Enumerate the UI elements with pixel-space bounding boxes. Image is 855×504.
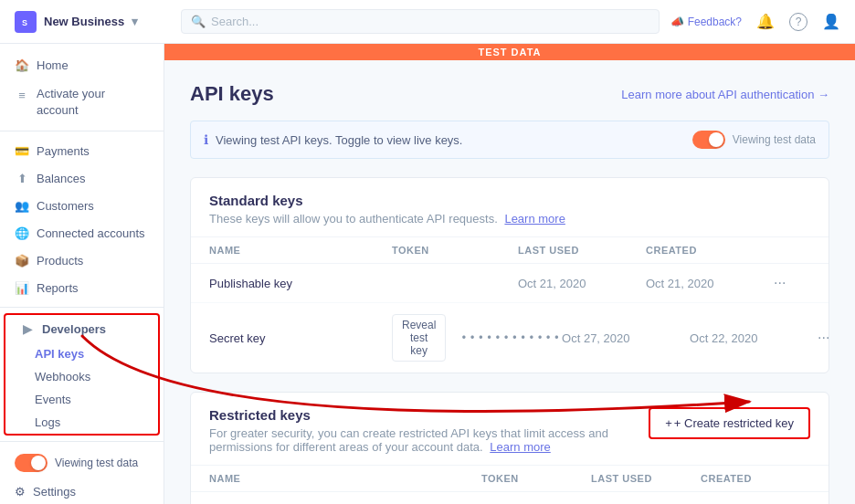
svg-text:S: S [22,18,27,27]
more-options-button[interactable]: ··· [818,330,854,346]
info-bar-left: ℹ Viewing test API keys. Toggle to view … [204,132,463,147]
restricted-keys-learn-more[interactable]: Learn more [490,440,550,454]
search-bar[interactable]: 🔍 Search... [181,9,660,34]
learn-more-auth-link[interactable]: Learn more about API authentication → [621,88,829,101]
key-name: Secret key [209,331,392,345]
test-data-toggle[interactable] [15,454,48,472]
no-restricted-keys: No restricted keys [191,492,829,504]
th-actions [774,245,810,256]
sidebar-item-activate[interactable]: ≡ Activate your account [0,79,164,125]
live-toggle-knob [709,132,723,147]
create-restricted-key-button[interactable]: + + Create restricted key [649,407,810,439]
restricted-keys-header: Restricted keys For greater security, yo… [191,393,829,466]
standard-keys-learn-more[interactable]: Learn more [504,212,565,226]
live-toggle[interactable] [692,131,725,149]
info-bar-text: Viewing test API keys. Toggle to view li… [216,133,463,147]
viewing-test-data-label: Viewing test data [733,133,816,146]
toggle-test-data-row: Viewing test data [0,447,164,478]
restricted-keys-header-text: Restricted keys For greater security, yo… [209,407,649,454]
key-last-used: Oct 27, 2020 [562,331,690,345]
sidebar-divider-3 [0,441,164,442]
page-header: API keys Learn more about API authentica… [190,82,829,106]
sidebar-item-api-keys[interactable]: API keys [5,342,158,365]
sidebar-item-products[interactable]: 📦 Products [0,247,164,274]
restricted-keys-title: Restricted keys [209,407,649,423]
standard-keys-desc: These keys will allow you to authenticat… [209,212,810,226]
feedback-link[interactable]: 📣 Feedback? [670,16,742,28]
sidebar-item-logs[interactable]: Logs [5,411,158,434]
sidebar: 🏠 Home ≡ Activate your account 💳 Payment… [0,44,164,504]
key-token-reveal: Reveal test key •••••••••••• [392,314,562,362]
megaphone-icon: 📣 [670,16,684,28]
th-created: CREATED [646,245,774,256]
key-created: Oct 22, 2020 [690,331,818,345]
payments-icon: 💳 [15,143,29,158]
developers-section: ▶ Developers API keys Webhooks Events Lo… [4,313,160,436]
sidebar-item-events[interactable]: Events [5,388,158,411]
sidebar-item-balances[interactable]: ⬆ Balances [0,164,164,192]
main-content: TEST DATA API keys Learn more about API … [164,44,855,504]
key-name: Publishable key [209,277,392,290]
search-placeholder: Search... [211,15,259,28]
info-icon: ℹ [204,132,208,147]
th-created: CREATED [701,473,810,484]
standard-keys-title: Standard keys [209,193,810,208]
settings-icon: ⚙ [15,485,26,499]
reveal-test-key-button[interactable]: Reveal test key [392,314,446,362]
bell-icon[interactable]: 🔔 [756,13,775,30]
search-icon: 🔍 [191,15,206,28]
sidebar-divider-2 [0,307,164,308]
reports-icon: 📊 [15,280,29,295]
key-last-used: Oct 21, 2020 [518,277,646,290]
restricted-keys-table-header: NAME TOKEN LAST USED CREATED [191,466,829,492]
layout: 🏠 Home ≡ Activate your account 💳 Payment… [0,44,855,504]
key-created: Oct 21, 2020 [646,277,774,290]
info-bar-right: Viewing test data [692,131,816,149]
help-icon[interactable]: ? [789,13,808,31]
standard-keys-header: Standard keys These keys will allow you … [191,178,829,237]
balances-icon: ⬆ [15,171,29,185]
more-options-button[interactable]: ··· [774,275,810,291]
sidebar-item-settings[interactable]: ⚙ Settings [0,478,164,504]
th-token: TOKEN [392,245,518,256]
sidebar-item-developers[interactable]: ▶ Developers [5,315,158,342]
sidebar-item-customers[interactable]: 👥 Customers [0,192,164,219]
restricted-keys-card: Restricted keys For greater security, yo… [190,392,829,504]
brand[interactable]: S New Business ▾ [15,11,170,33]
brand-chevron-icon: ▾ [132,15,138,28]
brand-name: New Business [44,15,124,28]
th-name: NAME [209,473,481,484]
customers-icon: 👥 [15,198,29,213]
plus-icon: + [665,416,672,430]
activate-icon: ≡ [15,88,29,102]
restricted-keys-desc: For greater security, you can create res… [209,426,649,454]
user-icon[interactable]: 👤 [822,13,840,30]
brand-icon: S [15,11,37,33]
sidebar-item-connected-accounts[interactable]: 🌐 Connected accounts [0,219,164,247]
sidebar-item-home[interactable]: 🏠 Home [0,51,164,79]
sidebar-item-payments[interactable]: 💳 Payments [0,137,164,164]
products-icon: 📦 [15,253,29,268]
standard-keys-card: Standard keys These keys will allow you … [190,177,829,373]
toggle-label: Viewing test data [55,457,138,469]
info-bar: ℹ Viewing test API keys. Toggle to view … [190,121,829,159]
sidebar-item-webhooks[interactable]: Webhooks [5,365,158,388]
toggle-knob [31,456,46,470]
content-area: API keys Learn more about API authentica… [164,60,855,504]
th-last-used: LAST USED [518,245,646,256]
sidebar-item-reports[interactable]: 📊 Reports [0,274,164,301]
topbar: S New Business ▾ 🔍 Search... 📣 Feedback?… [0,0,855,44]
connected-accounts-icon: 🌐 [15,226,29,240]
topbar-actions: 📣 Feedback? 🔔 ? 👤 [670,13,840,31]
th-token: TOKEN [481,473,591,484]
standard-keys-table-header: NAME TOKEN LAST USED CREATED [191,237,829,264]
token-masked: •••••••••••• [460,331,562,344]
th-last-used: LAST USED [591,473,701,484]
table-row: Publishable key Oct 21, 2020 Oct 21, 202… [191,264,829,303]
page-title: API keys [190,82,274,106]
table-row: Secret key Reveal test key •••••••••••• … [191,303,829,373]
home-icon: 🏠 [15,58,29,72]
test-data-banner: TEST DATA [164,44,855,60]
developers-icon: ▶ [20,321,35,336]
th-name: NAME [209,245,392,256]
